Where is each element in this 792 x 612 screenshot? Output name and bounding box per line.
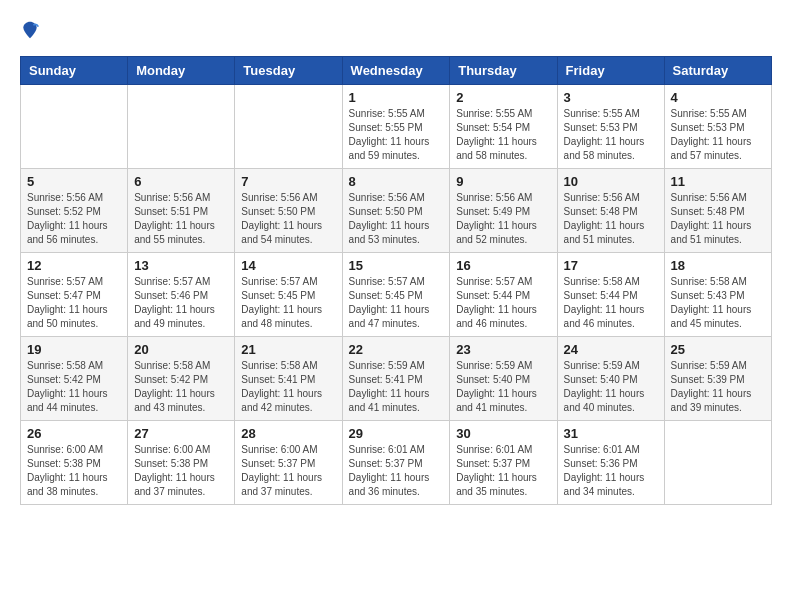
day-info: Sunrise: 5:56 AM Sunset: 5:50 PM Dayligh…: [349, 191, 444, 247]
calendar-cell: 31Sunrise: 6:01 AM Sunset: 5:36 PM Dayli…: [557, 421, 664, 505]
calendar-cell: 14Sunrise: 5:57 AM Sunset: 5:45 PM Dayli…: [235, 253, 342, 337]
calendar-cell: 24Sunrise: 5:59 AM Sunset: 5:40 PM Dayli…: [557, 337, 664, 421]
day-number: 12: [27, 258, 121, 273]
calendar-cell: 4Sunrise: 5:55 AM Sunset: 5:53 PM Daylig…: [664, 85, 771, 169]
calendar-cell: 29Sunrise: 6:01 AM Sunset: 5:37 PM Dayli…: [342, 421, 450, 505]
calendar-cell: 7Sunrise: 5:56 AM Sunset: 5:50 PM Daylig…: [235, 169, 342, 253]
day-number: 13: [134, 258, 228, 273]
day-number: 16: [456, 258, 550, 273]
day-info: Sunrise: 5:56 AM Sunset: 5:52 PM Dayligh…: [27, 191, 121, 247]
calendar-cell: 30Sunrise: 6:01 AM Sunset: 5:37 PM Dayli…: [450, 421, 557, 505]
week-row-0: 1Sunrise: 5:55 AM Sunset: 5:55 PM Daylig…: [21, 85, 772, 169]
day-info: Sunrise: 5:58 AM Sunset: 5:42 PM Dayligh…: [27, 359, 121, 415]
day-number: 27: [134, 426, 228, 441]
calendar-cell: 20Sunrise: 5:58 AM Sunset: 5:42 PM Dayli…: [128, 337, 235, 421]
day-number: 22: [349, 342, 444, 357]
day-number: 26: [27, 426, 121, 441]
calendar-cell: 2Sunrise: 5:55 AM Sunset: 5:54 PM Daylig…: [450, 85, 557, 169]
header-monday: Monday: [128, 57, 235, 85]
calendar-cell: [664, 421, 771, 505]
day-info: Sunrise: 5:59 AM Sunset: 5:40 PM Dayligh…: [456, 359, 550, 415]
day-info: Sunrise: 5:57 AM Sunset: 5:44 PM Dayligh…: [456, 275, 550, 331]
day-number: 17: [564, 258, 658, 273]
day-info: Sunrise: 6:01 AM Sunset: 5:37 PM Dayligh…: [349, 443, 444, 499]
day-info: Sunrise: 5:57 AM Sunset: 5:45 PM Dayligh…: [241, 275, 335, 331]
day-info: Sunrise: 5:56 AM Sunset: 5:51 PM Dayligh…: [134, 191, 228, 247]
calendar-cell: 26Sunrise: 6:00 AM Sunset: 5:38 PM Dayli…: [21, 421, 128, 505]
day-number: 15: [349, 258, 444, 273]
week-row-1: 5Sunrise: 5:56 AM Sunset: 5:52 PM Daylig…: [21, 169, 772, 253]
day-info: Sunrise: 5:58 AM Sunset: 5:41 PM Dayligh…: [241, 359, 335, 415]
day-number: 5: [27, 174, 121, 189]
day-number: 8: [349, 174, 444, 189]
calendar-cell: 1Sunrise: 5:55 AM Sunset: 5:55 PM Daylig…: [342, 85, 450, 169]
calendar-cell: 28Sunrise: 6:00 AM Sunset: 5:37 PM Dayli…: [235, 421, 342, 505]
day-info: Sunrise: 5:58 AM Sunset: 5:43 PM Dayligh…: [671, 275, 765, 331]
day-info: Sunrise: 6:01 AM Sunset: 5:36 PM Dayligh…: [564, 443, 658, 499]
day-number: 31: [564, 426, 658, 441]
calendar-cell: 25Sunrise: 5:59 AM Sunset: 5:39 PM Dayli…: [664, 337, 771, 421]
day-info: Sunrise: 5:56 AM Sunset: 5:50 PM Dayligh…: [241, 191, 335, 247]
calendar-cell: 11Sunrise: 5:56 AM Sunset: 5:48 PM Dayli…: [664, 169, 771, 253]
day-info: Sunrise: 5:55 AM Sunset: 5:54 PM Dayligh…: [456, 107, 550, 163]
day-number: 11: [671, 174, 765, 189]
logo-icon: [20, 20, 40, 40]
calendar-cell: 6Sunrise: 5:56 AM Sunset: 5:51 PM Daylig…: [128, 169, 235, 253]
day-info: Sunrise: 5:58 AM Sunset: 5:44 PM Dayligh…: [564, 275, 658, 331]
page-header: [20, 20, 772, 40]
day-number: 29: [349, 426, 444, 441]
day-info: Sunrise: 5:56 AM Sunset: 5:48 PM Dayligh…: [671, 191, 765, 247]
calendar-cell: 5Sunrise: 5:56 AM Sunset: 5:52 PM Daylig…: [21, 169, 128, 253]
week-row-4: 26Sunrise: 6:00 AM Sunset: 5:38 PM Dayli…: [21, 421, 772, 505]
calendar-header-row: SundayMondayTuesdayWednesdayThursdayFrid…: [21, 57, 772, 85]
calendar-cell: 13Sunrise: 5:57 AM Sunset: 5:46 PM Dayli…: [128, 253, 235, 337]
day-info: Sunrise: 5:56 AM Sunset: 5:49 PM Dayligh…: [456, 191, 550, 247]
day-info: Sunrise: 6:01 AM Sunset: 5:37 PM Dayligh…: [456, 443, 550, 499]
day-number: 2: [456, 90, 550, 105]
day-number: 9: [456, 174, 550, 189]
calendar-cell: 12Sunrise: 5:57 AM Sunset: 5:47 PM Dayli…: [21, 253, 128, 337]
calendar-cell: [128, 85, 235, 169]
day-number: 24: [564, 342, 658, 357]
day-number: 18: [671, 258, 765, 273]
day-info: Sunrise: 5:55 AM Sunset: 5:55 PM Dayligh…: [349, 107, 444, 163]
calendar-cell: 23Sunrise: 5:59 AM Sunset: 5:40 PM Dayli…: [450, 337, 557, 421]
calendar-table: SundayMondayTuesdayWednesdayThursdayFrid…: [20, 56, 772, 505]
calendar-cell: 15Sunrise: 5:57 AM Sunset: 5:45 PM Dayli…: [342, 253, 450, 337]
day-info: Sunrise: 5:59 AM Sunset: 5:39 PM Dayligh…: [671, 359, 765, 415]
header-thursday: Thursday: [450, 57, 557, 85]
logo: [20, 20, 44, 40]
day-info: Sunrise: 6:00 AM Sunset: 5:37 PM Dayligh…: [241, 443, 335, 499]
day-info: Sunrise: 5:56 AM Sunset: 5:48 PM Dayligh…: [564, 191, 658, 247]
day-number: 1: [349, 90, 444, 105]
calendar-cell: [235, 85, 342, 169]
calendar-cell: 27Sunrise: 6:00 AM Sunset: 5:38 PM Dayli…: [128, 421, 235, 505]
day-number: 10: [564, 174, 658, 189]
day-number: 19: [27, 342, 121, 357]
calendar-cell: 9Sunrise: 5:56 AM Sunset: 5:49 PM Daylig…: [450, 169, 557, 253]
calendar-cell: 18Sunrise: 5:58 AM Sunset: 5:43 PM Dayli…: [664, 253, 771, 337]
calendar-cell: 22Sunrise: 5:59 AM Sunset: 5:41 PM Dayli…: [342, 337, 450, 421]
day-number: 14: [241, 258, 335, 273]
header-tuesday: Tuesday: [235, 57, 342, 85]
day-number: 4: [671, 90, 765, 105]
day-info: Sunrise: 6:00 AM Sunset: 5:38 PM Dayligh…: [27, 443, 121, 499]
day-info: Sunrise: 5:59 AM Sunset: 5:41 PM Dayligh…: [349, 359, 444, 415]
header-sunday: Sunday: [21, 57, 128, 85]
calendar-cell: 17Sunrise: 5:58 AM Sunset: 5:44 PM Dayli…: [557, 253, 664, 337]
calendar-cell: [21, 85, 128, 169]
calendar-cell: 8Sunrise: 5:56 AM Sunset: 5:50 PM Daylig…: [342, 169, 450, 253]
day-info: Sunrise: 5:55 AM Sunset: 5:53 PM Dayligh…: [564, 107, 658, 163]
day-number: 30: [456, 426, 550, 441]
day-number: 25: [671, 342, 765, 357]
week-row-2: 12Sunrise: 5:57 AM Sunset: 5:47 PM Dayli…: [21, 253, 772, 337]
calendar-cell: 21Sunrise: 5:58 AM Sunset: 5:41 PM Dayli…: [235, 337, 342, 421]
day-info: Sunrise: 5:57 AM Sunset: 5:46 PM Dayligh…: [134, 275, 228, 331]
calendar-cell: 10Sunrise: 5:56 AM Sunset: 5:48 PM Dayli…: [557, 169, 664, 253]
day-info: Sunrise: 5:59 AM Sunset: 5:40 PM Dayligh…: [564, 359, 658, 415]
day-number: 7: [241, 174, 335, 189]
day-info: Sunrise: 5:58 AM Sunset: 5:42 PM Dayligh…: [134, 359, 228, 415]
calendar-cell: 19Sunrise: 5:58 AM Sunset: 5:42 PM Dayli…: [21, 337, 128, 421]
day-number: 20: [134, 342, 228, 357]
header-saturday: Saturday: [664, 57, 771, 85]
